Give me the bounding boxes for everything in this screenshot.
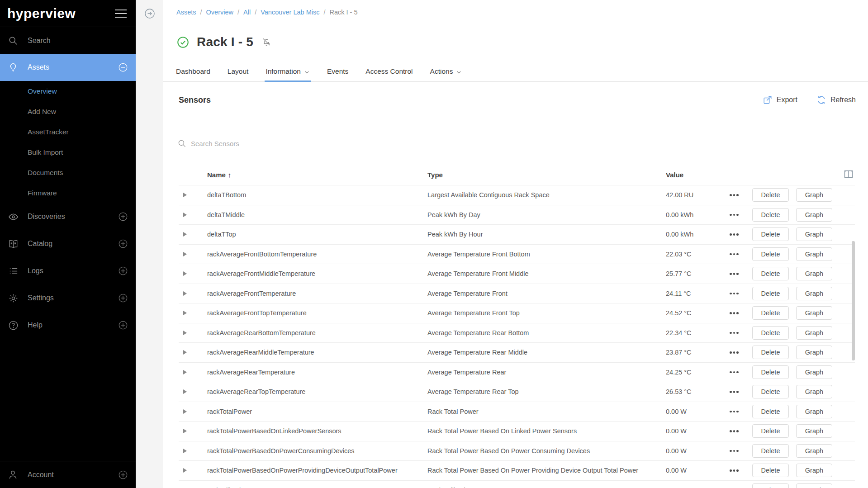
sidebar-item-help[interactable]: Help	[0, 312, 136, 339]
row-menu-button[interactable]	[716, 332, 752, 334]
row-expand-button[interactable]	[179, 231, 207, 238]
delete-button[interactable]: Delete	[752, 326, 789, 340]
row-expand-button[interactable]	[179, 467, 207, 474]
add-plus-icon[interactable]	[118, 239, 128, 249]
add-plus-icon[interactable]	[118, 470, 128, 480]
refresh-button[interactable]: Refresh	[816, 95, 856, 105]
delete-button[interactable]: Delete	[752, 346, 789, 359]
sidebar-subitem-bulk-import[interactable]: Bulk Import	[0, 142, 136, 162]
row-menu-button[interactable]	[716, 214, 752, 216]
add-plus-icon[interactable]	[118, 320, 128, 330]
graph-button[interactable]: Graph	[796, 405, 832, 418]
row-expand-button[interactable]	[179, 447, 207, 455]
delete-button[interactable]: Delete	[752, 306, 789, 320]
sidebar-item-settings[interactable]: Settings	[0, 284, 136, 312]
row-expand-button[interactable]	[179, 349, 207, 356]
sidebar-subitem-firmware[interactable]: Firmware	[0, 183, 136, 203]
bell-muted-icon[interactable]	[261, 37, 272, 47]
row-expand-button[interactable]	[179, 388, 207, 395]
sidebar-item-catalog[interactable]: Catalog	[0, 230, 136, 257]
graph-button[interactable]: Graph	[796, 326, 832, 340]
row-expand-button[interactable]	[179, 427, 207, 435]
graph-button[interactable]: Graph	[796, 267, 832, 280]
delete-button[interactable]: Delete	[752, 227, 789, 241]
delete-button[interactable]: Delete	[752, 405, 789, 418]
column-header-name[interactable]: Name↑	[207, 171, 427, 179]
add-plus-icon[interactable]	[118, 212, 128, 222]
row-menu-button[interactable]	[716, 391, 752, 393]
graph-button[interactable]: Graph	[796, 247, 832, 261]
graph-button[interactable]: Graph	[796, 424, 832, 438]
delete-button[interactable]: Delete	[752, 483, 789, 488]
row-menu-button[interactable]	[716, 430, 752, 432]
tab-events[interactable]: Events	[326, 63, 349, 82]
row-menu-button[interactable]	[716, 233, 752, 236]
breadcrumb-link-overview[interactable]: Overview	[206, 9, 233, 16]
row-expand-button[interactable]	[179, 329, 207, 336]
row-menu-button[interactable]	[716, 450, 752, 452]
graph-button[interactable]: Graph	[796, 208, 832, 222]
graph-button[interactable]: Graph	[796, 227, 832, 241]
sidebar-item-logs[interactable]: Logs	[0, 257, 136, 284]
delete-button[interactable]: Delete	[752, 424, 789, 438]
add-plus-icon[interactable]	[118, 293, 128, 303]
row-menu-button[interactable]	[716, 411, 752, 413]
graph-button[interactable]: Graph	[796, 306, 832, 320]
tab-layout[interactable]: Layout	[227, 63, 250, 82]
sidebar-subitem-add-new[interactable]: Add New	[0, 101, 136, 122]
delete-button[interactable]: Delete	[752, 188, 789, 202]
row-menu-button[interactable]	[716, 312, 752, 314]
export-button[interactable]: Export	[763, 95, 797, 105]
row-menu-button[interactable]	[716, 194, 752, 196]
delete-button[interactable]: Delete	[752, 365, 789, 379]
row-expand-button[interactable]	[179, 251, 207, 258]
row-expand-button[interactable]	[179, 211, 207, 218]
row-expand-button[interactable]	[179, 191, 207, 199]
sidebar-item-account[interactable]: Account	[0, 461, 136, 488]
sidebar-item-search[interactable]: Search	[0, 27, 136, 54]
row-menu-button[interactable]	[716, 253, 752, 256]
menu-icon[interactable]	[115, 9, 127, 20]
row-menu-button[interactable]	[716, 351, 752, 354]
breadcrumb-link-all[interactable]: All	[243, 9, 251, 16]
sidebar-subitem-overview[interactable]: Overview	[0, 81, 136, 101]
row-expand-button[interactable]	[179, 270, 207, 277]
delete-button[interactable]: Delete	[752, 208, 789, 222]
collapse-minus-icon[interactable]	[118, 62, 128, 72]
graph-button[interactable]: Graph	[796, 464, 832, 477]
column-header-type[interactable]: Type	[427, 171, 666, 179]
breadcrumb-link-vancouver-lab-misc[interactable]: Vancouver Lab Misc	[261, 9, 319, 16]
row-expand-button[interactable]	[179, 369, 207, 376]
graph-button[interactable]: Graph	[796, 188, 832, 202]
delete-button[interactable]: Delete	[752, 287, 789, 300]
tab-actions[interactable]: Actions	[429, 63, 463, 82]
search-sensors-input[interactable]	[191, 140, 372, 147]
table-scrollbar[interactable]	[852, 241, 855, 360]
delete-button[interactable]: Delete	[752, 267, 789, 280]
tab-access-control[interactable]: Access Control	[365, 63, 413, 82]
graph-button[interactable]: Graph	[796, 444, 832, 458]
tab-information[interactable]: Information	[265, 63, 311, 82]
row-menu-button[interactable]	[716, 273, 752, 275]
row-expand-button[interactable]	[179, 309, 207, 317]
row-menu-button[interactable]	[716, 371, 752, 374]
add-plus-icon[interactable]	[118, 266, 128, 276]
graph-button[interactable]: Graph	[796, 346, 832, 359]
breadcrumb-link-assets[interactable]: Assets	[176, 9, 196, 16]
sidebar-item-discoveries[interactable]: Discoveries	[0, 203, 136, 230]
delete-button[interactable]: Delete	[752, 385, 789, 398]
column-settings-icon[interactable]	[843, 169, 854, 180]
graph-button[interactable]: Graph	[796, 483, 832, 488]
sidebar-subitem-assettracker[interactable]: AssetTracker	[0, 122, 136, 142]
row-menu-button[interactable]	[716, 469, 752, 472]
collapse-sidebar-button[interactable]	[144, 8, 155, 19]
tab-dashboard[interactable]: Dashboard	[175, 63, 211, 82]
delete-button[interactable]: Delete	[752, 247, 789, 261]
graph-button[interactable]: Graph	[796, 287, 832, 300]
sidebar-item-assets[interactable]: Assets	[0, 54, 136, 81]
row-expand-button[interactable]	[179, 290, 207, 297]
graph-button[interactable]: Graph	[796, 365, 832, 379]
row-expand-button[interactable]	[179, 408, 207, 415]
column-header-value[interactable]: Value	[666, 171, 716, 179]
delete-button[interactable]: Delete	[752, 444, 789, 458]
